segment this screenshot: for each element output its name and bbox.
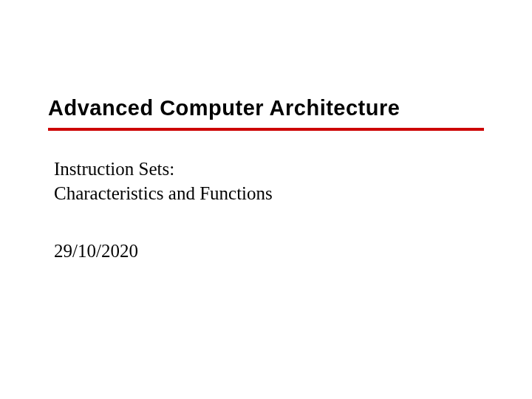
slide-date: 29/10/2020	[54, 241, 484, 262]
title-divider	[48, 128, 484, 131]
subtitle-line-2: Characteristics and Functions	[54, 182, 484, 206]
slide-title: Advanced Computer Architecture	[48, 96, 484, 126]
slide-container: Advanced Computer Architecture Instructi…	[0, 0, 532, 399]
subtitle-line-1: Instruction Sets:	[54, 157, 484, 182]
slide-subtitle: Instruction Sets: Characteristics and Fu…	[54, 157, 484, 205]
